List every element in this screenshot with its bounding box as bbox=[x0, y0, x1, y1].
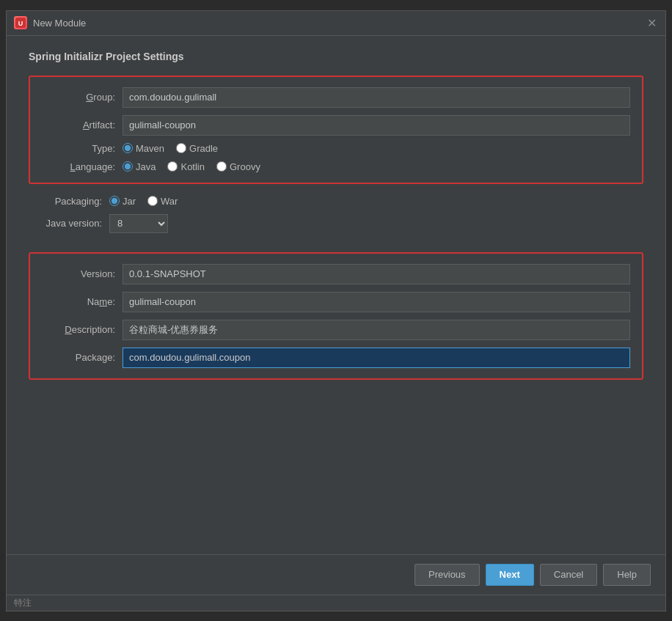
status-bar: 特注 bbox=[7, 595, 665, 611]
artifact-row: Artifact: bbox=[42, 115, 630, 136]
close-button[interactable]: ✕ bbox=[645, 16, 658, 29]
version-input[interactable] bbox=[123, 264, 630, 284]
packaging-jar-radio[interactable] bbox=[109, 196, 120, 206]
type-maven-radio[interactable] bbox=[123, 143, 133, 153]
type-label: Type: bbox=[42, 143, 115, 154]
next-button[interactable]: Next bbox=[486, 564, 534, 586]
status-text: 特注 bbox=[14, 597, 32, 609]
artifact-input[interactable] bbox=[123, 115, 630, 136]
packaging-row: Packaging: Jar War bbox=[29, 196, 643, 207]
cancel-button[interactable]: Cancel bbox=[540, 564, 597, 586]
java-version-row: Java version: 8 11 17 21 bbox=[29, 214, 643, 233]
language-java-label: Java bbox=[136, 161, 156, 172]
type-gradle-radio[interactable] bbox=[176, 143, 186, 153]
name-input[interactable] bbox=[123, 292, 630, 312]
app-icon: U bbox=[14, 16, 27, 29]
type-maven-option[interactable]: Maven bbox=[123, 143, 164, 154]
language-label: Language: bbox=[42, 161, 115, 172]
dialog-body: Spring Initializr Project Settings Group… bbox=[7, 36, 665, 554]
language-groovy-option[interactable]: Groovy bbox=[216, 161, 260, 172]
language-groovy-label: Groovy bbox=[230, 161, 260, 172]
java-version-label: Java version: bbox=[29, 218, 102, 229]
bottom-settings-section: Version: Name: Description: Package: bbox=[29, 252, 643, 380]
package-label: Package: bbox=[42, 352, 115, 363]
name-row: Name: bbox=[42, 292, 630, 312]
java-version-select[interactable]: 8 11 17 21 bbox=[109, 214, 168, 233]
language-groovy-radio[interactable] bbox=[216, 161, 227, 172]
name-label: Name: bbox=[42, 296, 115, 307]
help-button[interactable]: Help bbox=[603, 564, 651, 586]
type-radio-group: Maven Gradle bbox=[123, 143, 630, 154]
group-row: Group: bbox=[42, 87, 630, 108]
version-row: Version: bbox=[42, 264, 630, 284]
packaging-war-option[interactable]: War bbox=[147, 196, 178, 207]
language-kotlin-label: Kotlin bbox=[180, 161, 205, 172]
packaging-radio-group: Jar War bbox=[109, 196, 643, 207]
dialog-title: New Module bbox=[33, 18, 639, 29]
language-java-radio[interactable] bbox=[123, 161, 133, 172]
version-label: Version: bbox=[42, 268, 115, 279]
package-input[interactable] bbox=[123, 348, 630, 368]
type-gradle-label: Gradle bbox=[189, 143, 218, 154]
description-input[interactable] bbox=[123, 320, 630, 340]
language-java-option[interactable]: Java bbox=[123, 161, 156, 172]
packaging-jar-option[interactable]: Jar bbox=[109, 196, 136, 207]
new-module-dialog: U New Module ✕ Spring Initializr Project… bbox=[6, 10, 666, 611]
spacer bbox=[29, 240, 643, 252]
packaging-war-radio[interactable] bbox=[147, 196, 158, 206]
description-row: Description: bbox=[42, 320, 630, 340]
title-bar: U New Module ✕ bbox=[7, 11, 665, 36]
packaging-jar-label: Jar bbox=[123, 196, 136, 207]
group-label: Group: bbox=[42, 92, 115, 103]
dialog-footer: Previous Next Cancel Help bbox=[7, 554, 665, 595]
previous-button[interactable]: Previous bbox=[414, 564, 480, 586]
type-maven-label: Maven bbox=[136, 143, 164, 154]
language-row: Language: Java Kotlin Groovy bbox=[42, 161, 630, 172]
group-input[interactable] bbox=[123, 87, 630, 108]
packaging-war-label: War bbox=[161, 196, 178, 207]
section-title: Spring Initializr Project Settings bbox=[29, 51, 643, 62]
description-label: Description: bbox=[42, 324, 115, 335]
language-radio-group: Java Kotlin Groovy bbox=[123, 161, 630, 172]
svg-text:U: U bbox=[18, 20, 23, 27]
artifact-label: Artifact: bbox=[42, 120, 115, 131]
language-kotlin-radio[interactable] bbox=[167, 161, 178, 172]
language-kotlin-option[interactable]: Kotlin bbox=[167, 161, 205, 172]
top-settings-section: Group: Artifact: Type: Maven bbox=[29, 76, 643, 184]
type-row: Type: Maven Gradle bbox=[42, 143, 630, 154]
packaging-label: Packaging: bbox=[29, 196, 102, 207]
type-gradle-option[interactable]: Gradle bbox=[176, 143, 218, 154]
package-row: Package: bbox=[42, 348, 630, 368]
